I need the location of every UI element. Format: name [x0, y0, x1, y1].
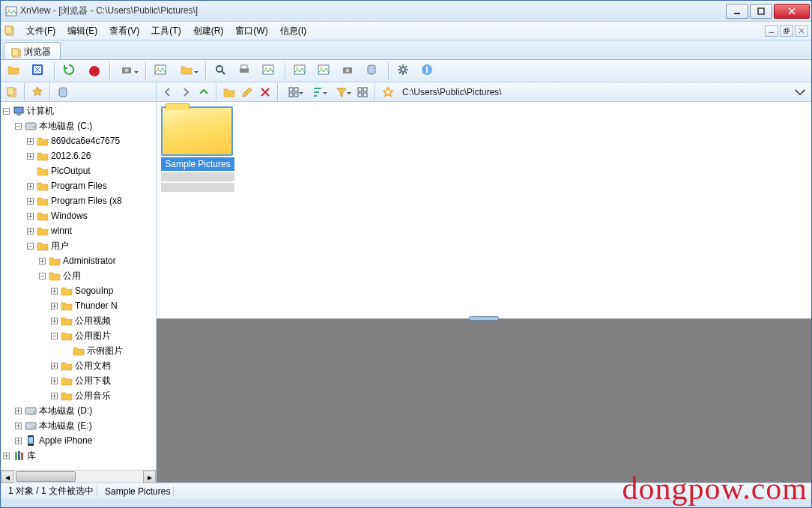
tree-node[interactable]: +869dca6e4c7675 — [1, 133, 156, 148]
bookmark-button[interactable] — [380, 84, 396, 100]
tree-node[interactable]: +Administrator — [1, 253, 156, 268]
disk-icon — [25, 420, 37, 432]
tab-browser[interactable]: 浏览器 — [4, 42, 61, 59]
tree-node[interactable]: +公用视频 — [1, 313, 156, 328]
thumbnail-meta — [161, 172, 234, 181]
scroll-right-icon[interactable]: ▸ — [143, 471, 156, 483]
menu-info[interactable]: 信息(I) — [274, 22, 312, 40]
tree-horizontal-scrollbar[interactable]: ◂ ▸ — [1, 470, 156, 483]
tree-node[interactable]: +公用下载 — [1, 373, 156, 388]
disk-icon — [25, 120, 37, 132]
folders-button[interactable] — [4, 84, 20, 100]
scroll-left-icon[interactable]: ◂ — [1, 471, 13, 483]
tree-node[interactable]: +公用文档 — [1, 358, 156, 373]
minimize-button[interactable] — [726, 4, 748, 19]
scroll-thumb[interactable] — [16, 471, 76, 482]
close-button[interactable] — [774, 4, 810, 19]
tree-node[interactable]: +Windows — [1, 208, 156, 223]
tree-node-public[interactable]: −公用 — [1, 268, 156, 283]
tree-node-e-drive[interactable]: +本地磁盘 (E:) — [1, 418, 156, 433]
tree-node-libraries[interactable]: +库 — [1, 448, 156, 463]
preview-pane — [157, 319, 811, 483]
menu-file[interactable]: 文件(F) — [20, 22, 61, 40]
view-mode-button[interactable] — [282, 84, 305, 100]
delete-button[interactable] — [257, 84, 273, 100]
thumbnail-area[interactable]: Sample Pictures — [157, 102, 811, 319]
filter-button[interactable] — [330, 84, 353, 100]
svg-point-30 — [89, 66, 100, 76]
settings-button[interactable] — [393, 61, 416, 82]
address-dropdown-button[interactable] — [792, 84, 808, 100]
tree-node-c-drive[interactable]: −本地磁盘 (C:) — [1, 118, 156, 133]
categories-button[interactable] — [55, 84, 71, 100]
folder-tree-pane: −计算机 −本地磁盘 (C:) +869dca6e4c7675 +2012.6.… — [1, 102, 157, 483]
tree-node[interactable]: +Program Files (x8 — [1, 193, 156, 208]
menu-window[interactable]: 窗口(W) — [229, 22, 273, 40]
secondary-toolbar: C:\Users\Public\Pictures\ — [1, 82, 811, 102]
tree-node-sample-pictures[interactable]: 示例图片 — [1, 343, 156, 358]
menu-edit[interactable]: 编辑(E) — [61, 22, 103, 40]
tree-node[interactable]: +Thunder N — [1, 298, 156, 313]
folder-icon — [61, 300, 73, 312]
db-button[interactable] — [362, 61, 384, 82]
tree-node-iphone[interactable]: +Apple iPhone — [1, 433, 156, 448]
menu-create[interactable]: 创建(R) — [187, 22, 230, 40]
folder-icon — [61, 375, 73, 387]
tree-node-public-pictures[interactable]: −公用图片 — [1, 328, 156, 343]
maximize-button[interactable] — [750, 4, 772, 19]
menu-tools[interactable]: 工具(T) — [145, 22, 187, 40]
thumbnail-sample-pictures[interactable]: Sample Pictures — [161, 106, 234, 192]
library-icon — [13, 450, 25, 462]
tab-browser-label: 浏览器 — [24, 46, 51, 58]
tree-node-users[interactable]: −用户 — [1, 238, 156, 253]
slideshow-button[interactable] — [258, 61, 281, 82]
nav-up-button[interactable] — [196, 84, 212, 100]
window-title: XnView - [浏览器 - C:\Users\Public\Pictures… — [20, 4, 724, 17]
folder-icon — [61, 330, 73, 342]
tree-node[interactable]: +2012.6.26 — [1, 148, 156, 163]
tree-node[interactable]: +Program Files — [1, 178, 156, 193]
tree-node[interactable]: PicOutput — [1, 163, 156, 178]
convert-button[interactable] — [290, 61, 312, 82]
layout-button[interactable] — [354, 84, 371, 100]
copy-to-button[interactable] — [151, 61, 173, 82]
refresh-button[interactable] — [59, 61, 82, 82]
separator — [145, 62, 147, 80]
separator — [277, 83, 279, 101]
menu-view[interactable]: 查看(V) — [103, 22, 145, 40]
thumbnail-label: Sample Pictures — [161, 157, 234, 171]
favorites-button[interactable] — [29, 84, 46, 100]
open-button[interactable] — [4, 61, 26, 82]
capture-button[interactable] — [338, 61, 360, 82]
about-button[interactable] — [417, 61, 440, 82]
separator — [205, 62, 207, 80]
mdi-minimize-button[interactable] — [765, 25, 778, 37]
fullscreen-button[interactable] — [28, 61, 50, 82]
mdi-restore-button[interactable] — [780, 25, 793, 37]
stop-button[interactable] — [83, 61, 106, 82]
tree-node-computer[interactable]: −计算机 — [1, 103, 156, 118]
nav-forward-button[interactable] — [178, 84, 194, 100]
print-button[interactable] — [234, 61, 257, 82]
nav-back-button[interactable] — [160, 84, 176, 100]
tree-node-d-drive[interactable]: +本地磁盘 (D:) — [1, 403, 156, 418]
tree-node[interactable]: +SogouInp — [1, 283, 156, 298]
mdi-close-button[interactable] — [795, 25, 808, 37]
batch-button[interactable] — [314, 61, 336, 82]
folder-tree[interactable]: −计算机 −本地磁盘 (C:) +869dca6e4c7675 +2012.6.… — [1, 102, 156, 470]
status-bar: 1 对象 / 1 文件被选中 Sample Pictures — [1, 483, 811, 499]
tree-node[interactable]: +winnt — [1, 223, 156, 238]
folder-icon — [73, 345, 85, 357]
new-folder-button[interactable] — [221, 84, 237, 100]
sort-button[interactable] — [306, 84, 329, 100]
tree-node[interactable]: +公用音乐 — [1, 388, 156, 403]
folder-icon — [37, 180, 49, 192]
content-area: Sample Pictures — [157, 102, 811, 483]
disk-icon — [25, 405, 37, 417]
search-button[interactable] — [210, 61, 233, 82]
acquire-button[interactable] — [115, 61, 142, 82]
move-to-button[interactable] — [175, 61, 202, 82]
rename-button[interactable] — [239, 84, 255, 100]
address-bar[interactable]: C:\Users\Public\Pictures\ — [398, 85, 790, 99]
splitter-handle[interactable] — [469, 316, 499, 321]
